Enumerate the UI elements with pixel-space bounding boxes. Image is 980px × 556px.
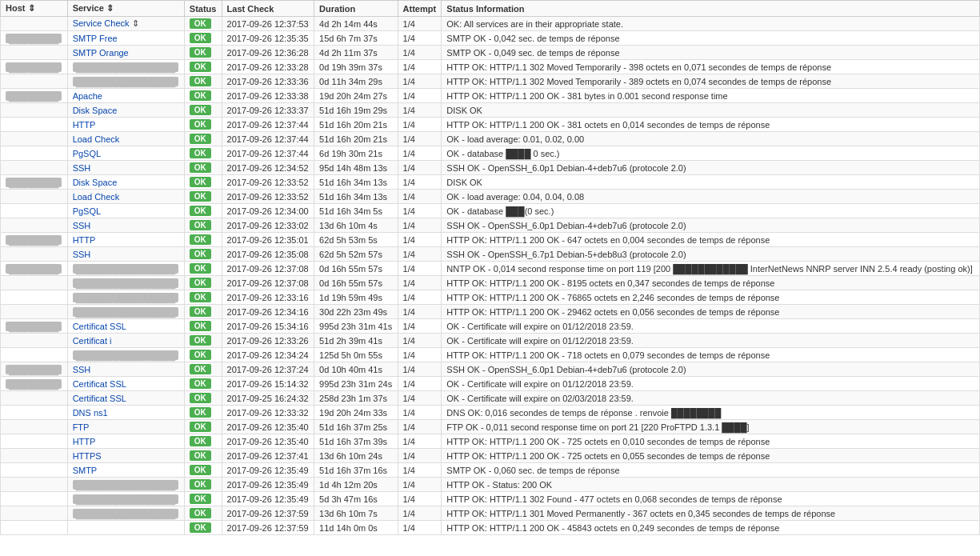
attempt-cell: 1/4 — [398, 161, 442, 175]
table-row: HTTPOK2017-09-26 12:35:4051d 16h 37m 39s… — [1, 434, 980, 449]
service-cell[interactable]: ████████████████ — [67, 492, 184, 506]
info-cell: HTTP OK: HTTP/1.1 200 OK - 725 octets en… — [442, 449, 980, 463]
service-cell[interactable]: SSH — [67, 247, 184, 262]
service-link[interactable]: HTTP — [73, 437, 96, 446]
service-cell[interactable]: ████████████████ — [67, 478, 184, 492]
service-cell[interactable]: HTTP — [67, 434, 184, 449]
service-cell[interactable]: Certificat i — [67, 334, 184, 348]
service-link[interactable]: HTTP — [73, 120, 96, 130]
host-cell — [1, 161, 68, 175]
duration-cell: 13d 6h 10m 24s — [314, 449, 398, 463]
service-cell[interactable]: Service Check ⇕ — [67, 17, 184, 31]
service-cell[interactable]: FTP — [67, 420, 184, 434]
duration-cell: 995d 23h 31m 41s — [314, 319, 398, 334]
service-cell[interactable]: Disk Space — [67, 175, 184, 190]
service-cell[interactable]: ████████████████ — [67, 305, 184, 319]
table-row: ████████SMTP FreeOK2017-09-26 12:35:3515… — [1, 31, 980, 46]
service-link[interactable]: Load Check — [73, 134, 120, 144]
service-cell[interactable]: ████████████████ — [67, 276, 184, 290]
service-cell[interactable]: HTTPS — [67, 449, 184, 463]
service-link[interactable]: DNS ns1 — [73, 408, 108, 418]
status-badge: OK — [190, 148, 211, 158]
service-link[interactable]: Apache — [73, 91, 102, 101]
service-link[interactable]: Service Check — [73, 18, 130, 28]
service-link[interactable]: Disk Space — [73, 106, 118, 115]
service-link[interactable]: SSH — [73, 365, 91, 374]
host-cell — [1, 391, 68, 406]
last-check-cell: 2017-09-26 12:35:49 — [222, 492, 314, 506]
service-link[interactable]: Certificat SSL — [73, 322, 126, 331]
service-link[interactable]: HTTP — [73, 235, 96, 245]
info-cell: NNTP OK - 0,014 second response time on … — [442, 262, 980, 276]
service-link[interactable]: Disk Space — [73, 178, 118, 187]
service-cell[interactable]: SSH — [67, 362, 184, 377]
table-row: HTTPSOK2017-09-26 12:37:4113d 6h 10m 24s… — [1, 449, 980, 463]
service-cell[interactable]: Certificat SSL — [67, 319, 184, 334]
service-cell[interactable]: ████████████████ — [67, 290, 184, 305]
service-cell[interactable]: Load Check — [67, 190, 184, 204]
status-badge: OK — [190, 220, 211, 230]
service-link[interactable]: FTP — [73, 422, 90, 432]
service-link[interactable]: SSH — [73, 250, 91, 259]
info-cell: OK - Certificate will expire on 01/12/20… — [442, 334, 980, 348]
service-cell[interactable]: SSH — [67, 218, 184, 233]
service-link[interactable]: Certificat i — [73, 336, 112, 346]
service-cell[interactable]: Apache — [67, 89, 184, 103]
service-cell[interactable]: Disk Space — [67, 103, 184, 118]
host-cell: ████████ — [1, 175, 68, 190]
service-cell[interactable]: PgSQL — [67, 146, 184, 161]
service-link[interactable]: Certificat SSL — [73, 379, 126, 389]
service-link[interactable]: PgSQL — [73, 149, 101, 158]
service-link[interactable]: PgSQL — [73, 206, 101, 216]
service-cell[interactable]: ████████████████ — [67, 348, 184, 362]
attempt-cell: 1/4 — [398, 521, 442, 535]
service-cell[interactable]: Certificat SSL — [67, 391, 184, 406]
service-link[interactable]: Load Check — [73, 192, 120, 202]
service-cell[interactable]: ████████████████ — [67, 262, 184, 276]
service-link[interactable]: SMTP Free — [73, 34, 118, 43]
info-cell: HTTP OK: HTTP/1.1 200 OK - 8195 octets e… — [442, 276, 980, 290]
last-check-cell: 2017-09-26 12:35:49 — [222, 478, 314, 492]
status-badge: OK — [190, 234, 211, 245]
service-cell[interactable]: ████████████████ — [67, 74, 184, 89]
service-cell[interactable] — [67, 521, 184, 535]
service-cell[interactable]: SSH — [67, 161, 184, 175]
service-cell[interactable]: Load Check — [67, 132, 184, 146]
table-row: PgSQLOK2017-09-26 12:34:0051d 16h 34m 5s… — [1, 204, 980, 218]
status-cell: OK — [184, 247, 222, 262]
host-cell — [1, 74, 68, 89]
table-row: ████████████████OK2017-09-26 12:37:080d … — [1, 276, 980, 290]
service-link[interactable]: SMTP — [73, 466, 98, 475]
service-cell[interactable]: Certificat SSL — [67, 377, 184, 391]
status-cell: OK — [184, 434, 222, 449]
attempt-cell: 1/4 — [398, 334, 442, 348]
service-cell[interactable]: SMTP — [67, 463, 184, 478]
service-cell[interactable]: SMTP Free — [67, 31, 184, 46]
last-check-cell: 2017-09-26 12:36:28 — [222, 46, 314, 60]
attempt-cell: 1/4 — [398, 218, 442, 233]
duration-cell: 5d 3h 47m 16s — [314, 492, 398, 506]
status-cell: OK — [184, 478, 222, 492]
service-cell[interactable]: HTTP — [67, 233, 184, 247]
last-check-cell: 2017-09-26 12:34:24 — [222, 348, 314, 362]
status-badge: OK — [190, 206, 211, 216]
sort-icon[interactable]: ⇕ — [106, 3, 114, 13]
attempt-cell: 1/4 — [398, 118, 442, 132]
attempt-cell: 1/4 — [398, 362, 442, 377]
service-cell[interactable]: ████████████████ — [67, 506, 184, 521]
sort-icon[interactable]: ⇕ — [28, 3, 35, 13]
service-cell[interactable]: SMTP Orange — [67, 46, 184, 60]
service-link[interactable]: Certificat SSL — [73, 394, 126, 403]
service-cell[interactable]: HTTP — [67, 118, 184, 132]
service-link[interactable]: HTTPS — [73, 451, 102, 461]
status-cell: OK — [184, 420, 222, 434]
service-link[interactable]: SSH — [73, 221, 91, 230]
service-cell[interactable]: ████████████████ — [67, 60, 184, 74]
table-row: ████████████████OK2017-09-26 12:34:1630d… — [1, 305, 980, 319]
service-link[interactable]: SMTP Orange — [73, 48, 129, 58]
status-badge: OK — [190, 450, 211, 461]
service-link[interactable]: SSH — [73, 163, 91, 173]
service-cell[interactable]: PgSQL — [67, 204, 184, 218]
service-cell[interactable]: DNS ns1 — [67, 406, 184, 420]
status-badge: OK — [190, 134, 211, 144]
